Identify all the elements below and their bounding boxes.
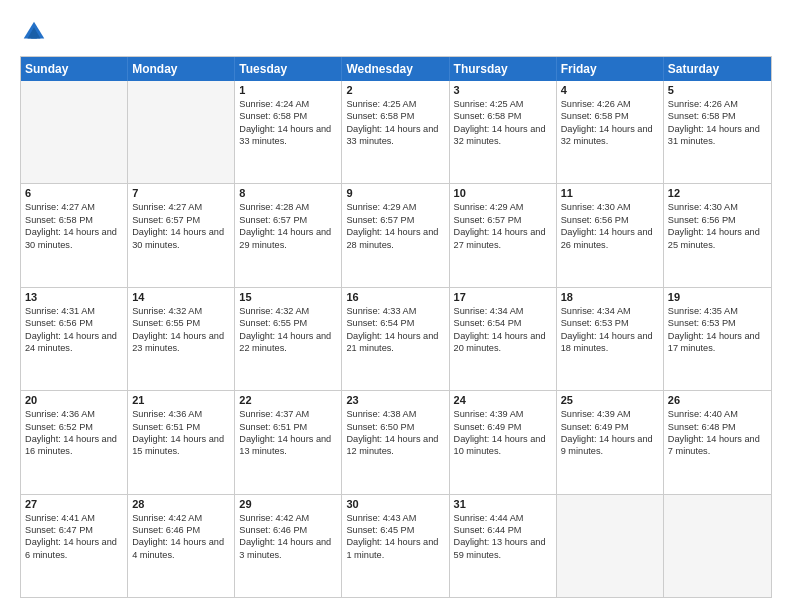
- calendar-cell: 20Sunrise: 4:36 AMSunset: 6:52 PMDayligh…: [21, 391, 128, 493]
- calendar-header-cell: Monday: [128, 57, 235, 81]
- calendar: SundayMondayTuesdayWednesdayThursdayFrid…: [20, 56, 772, 598]
- day-number: 28: [132, 498, 230, 510]
- calendar-cell: 30Sunrise: 4:43 AMSunset: 6:45 PMDayligh…: [342, 495, 449, 597]
- sunset-text: Sunset: 6:48 PM: [668, 421, 767, 433]
- sunrise-text: Sunrise: 4:26 AM: [561, 98, 659, 110]
- daylight-text: Daylight: 14 hours and 21 minutes.: [346, 330, 444, 355]
- sunset-text: Sunset: 6:58 PM: [239, 110, 337, 122]
- sunset-text: Sunset: 6:56 PM: [668, 214, 767, 226]
- daylight-text: Daylight: 14 hours and 20 minutes.: [454, 330, 552, 355]
- sunrise-text: Sunrise: 4:30 AM: [561, 201, 659, 213]
- day-number: 6: [25, 187, 123, 199]
- calendar-cell: 17Sunrise: 4:34 AMSunset: 6:54 PMDayligh…: [450, 288, 557, 390]
- day-number: 18: [561, 291, 659, 303]
- daylight-text: Daylight: 14 hours and 32 minutes.: [561, 123, 659, 148]
- day-number: 26: [668, 394, 767, 406]
- sunrise-text: Sunrise: 4:44 AM: [454, 512, 552, 524]
- sunrise-text: Sunrise: 4:34 AM: [454, 305, 552, 317]
- daylight-text: Daylight: 14 hours and 17 minutes.: [668, 330, 767, 355]
- day-number: 15: [239, 291, 337, 303]
- daylight-text: Daylight: 14 hours and 12 minutes.: [346, 433, 444, 458]
- sunset-text: Sunset: 6:57 PM: [454, 214, 552, 226]
- daylight-text: Daylight: 14 hours and 31 minutes.: [668, 123, 767, 148]
- sunset-text: Sunset: 6:49 PM: [454, 421, 552, 433]
- sunrise-text: Sunrise: 4:27 AM: [25, 201, 123, 213]
- sunset-text: Sunset: 6:58 PM: [668, 110, 767, 122]
- sunrise-text: Sunrise: 4:32 AM: [132, 305, 230, 317]
- calendar-cell: 6Sunrise: 4:27 AMSunset: 6:58 PMDaylight…: [21, 184, 128, 286]
- daylight-text: Daylight: 14 hours and 3 minutes.: [239, 536, 337, 561]
- daylight-text: Daylight: 14 hours and 9 minutes.: [561, 433, 659, 458]
- daylight-text: Daylight: 14 hours and 16 minutes.: [25, 433, 123, 458]
- calendar-week-row: 1Sunrise: 4:24 AMSunset: 6:58 PMDaylight…: [21, 81, 771, 184]
- calendar-cell: 12Sunrise: 4:30 AMSunset: 6:56 PMDayligh…: [664, 184, 771, 286]
- sunset-text: Sunset: 6:54 PM: [454, 317, 552, 329]
- calendar-header-cell: Saturday: [664, 57, 771, 81]
- sunrise-text: Sunrise: 4:36 AM: [132, 408, 230, 420]
- sunset-text: Sunset: 6:53 PM: [561, 317, 659, 329]
- calendar-week-row: 27Sunrise: 4:41 AMSunset: 6:47 PMDayligh…: [21, 495, 771, 597]
- sunset-text: Sunset: 6:53 PM: [668, 317, 767, 329]
- day-number: 11: [561, 187, 659, 199]
- calendar-header-cell: Thursday: [450, 57, 557, 81]
- calendar-cell: 19Sunrise: 4:35 AMSunset: 6:53 PMDayligh…: [664, 288, 771, 390]
- day-number: 20: [25, 394, 123, 406]
- day-number: 31: [454, 498, 552, 510]
- daylight-text: Daylight: 14 hours and 4 minutes.: [132, 536, 230, 561]
- calendar-cell: 5Sunrise: 4:26 AMSunset: 6:58 PMDaylight…: [664, 81, 771, 183]
- calendar-cell: 16Sunrise: 4:33 AMSunset: 6:54 PMDayligh…: [342, 288, 449, 390]
- day-number: 24: [454, 394, 552, 406]
- calendar-cell: 24Sunrise: 4:39 AMSunset: 6:49 PMDayligh…: [450, 391, 557, 493]
- sunset-text: Sunset: 6:55 PM: [239, 317, 337, 329]
- sunset-text: Sunset: 6:45 PM: [346, 524, 444, 536]
- day-number: 25: [561, 394, 659, 406]
- calendar-header-cell: Tuesday: [235, 57, 342, 81]
- daylight-text: Daylight: 14 hours and 29 minutes.: [239, 226, 337, 251]
- sunset-text: Sunset: 6:54 PM: [346, 317, 444, 329]
- calendar-header-cell: Sunday: [21, 57, 128, 81]
- logo: [20, 18, 52, 46]
- sunrise-text: Sunrise: 4:25 AM: [454, 98, 552, 110]
- day-number: 12: [668, 187, 767, 199]
- sunrise-text: Sunrise: 4:33 AM: [346, 305, 444, 317]
- sunset-text: Sunset: 6:51 PM: [132, 421, 230, 433]
- day-number: 23: [346, 394, 444, 406]
- daylight-text: Daylight: 14 hours and 13 minutes.: [239, 433, 337, 458]
- day-number: 13: [25, 291, 123, 303]
- sunrise-text: Sunrise: 4:25 AM: [346, 98, 444, 110]
- sunrise-text: Sunrise: 4:32 AM: [239, 305, 337, 317]
- daylight-text: Daylight: 14 hours and 15 minutes.: [132, 433, 230, 458]
- calendar-cell: 15Sunrise: 4:32 AMSunset: 6:55 PMDayligh…: [235, 288, 342, 390]
- calendar-cell: [21, 81, 128, 183]
- calendar-cell: 4Sunrise: 4:26 AMSunset: 6:58 PMDaylight…: [557, 81, 664, 183]
- calendar-header-cell: Wednesday: [342, 57, 449, 81]
- sunset-text: Sunset: 6:52 PM: [25, 421, 123, 433]
- calendar-cell: 3Sunrise: 4:25 AMSunset: 6:58 PMDaylight…: [450, 81, 557, 183]
- calendar-cell: 21Sunrise: 4:36 AMSunset: 6:51 PMDayligh…: [128, 391, 235, 493]
- sunrise-text: Sunrise: 4:38 AM: [346, 408, 444, 420]
- day-number: 2: [346, 84, 444, 96]
- sunset-text: Sunset: 6:58 PM: [346, 110, 444, 122]
- daylight-text: Daylight: 14 hours and 1 minute.: [346, 536, 444, 561]
- sunrise-text: Sunrise: 4:35 AM: [668, 305, 767, 317]
- sunrise-text: Sunrise: 4:39 AM: [561, 408, 659, 420]
- calendar-cell: 7Sunrise: 4:27 AMSunset: 6:57 PMDaylight…: [128, 184, 235, 286]
- daylight-text: Daylight: 14 hours and 26 minutes.: [561, 226, 659, 251]
- sunset-text: Sunset: 6:58 PM: [25, 214, 123, 226]
- daylight-text: Daylight: 13 hours and 59 minutes.: [454, 536, 552, 561]
- calendar-cell: 14Sunrise: 4:32 AMSunset: 6:55 PMDayligh…: [128, 288, 235, 390]
- day-number: 27: [25, 498, 123, 510]
- day-number: 7: [132, 187, 230, 199]
- daylight-text: Daylight: 14 hours and 7 minutes.: [668, 433, 767, 458]
- calendar-cell: 25Sunrise: 4:39 AMSunset: 6:49 PMDayligh…: [557, 391, 664, 493]
- day-number: 21: [132, 394, 230, 406]
- day-number: 5: [668, 84, 767, 96]
- sunrise-text: Sunrise: 4:42 AM: [132, 512, 230, 524]
- daylight-text: Daylight: 14 hours and 25 minutes.: [668, 226, 767, 251]
- calendar-cell: 2Sunrise: 4:25 AMSunset: 6:58 PMDaylight…: [342, 81, 449, 183]
- day-number: 30: [346, 498, 444, 510]
- calendar-cell: 31Sunrise: 4:44 AMSunset: 6:44 PMDayligh…: [450, 495, 557, 597]
- day-number: 9: [346, 187, 444, 199]
- sunset-text: Sunset: 6:56 PM: [561, 214, 659, 226]
- daylight-text: Daylight: 14 hours and 23 minutes.: [132, 330, 230, 355]
